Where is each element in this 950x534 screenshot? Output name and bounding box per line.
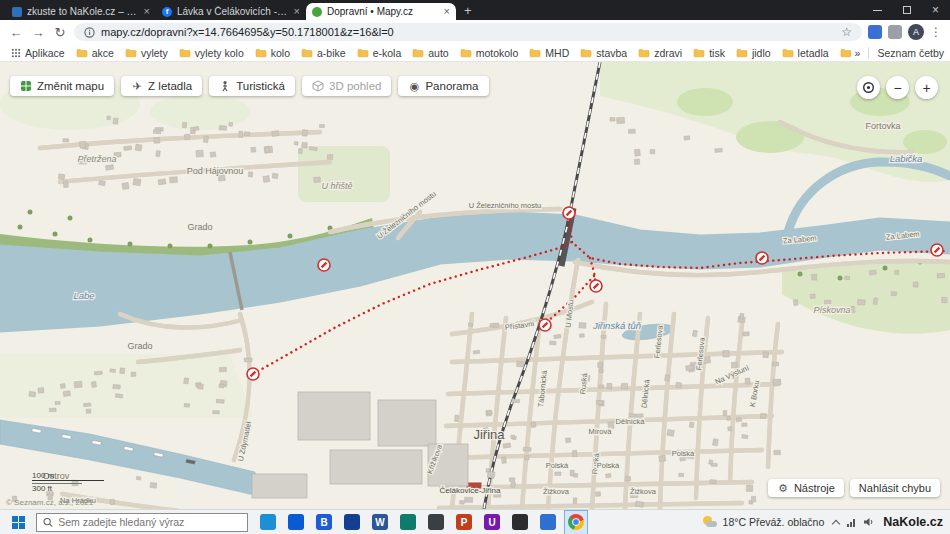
tray-chevron-icon[interactable]: [832, 519, 840, 527]
aerial-button[interactable]: ✈ Z letadla: [121, 76, 202, 96]
taskbar-app-powerpoint[interactable]: P: [453, 511, 475, 534]
tab-mapy-active[interactable]: Dopravní • Mapy.cz ×: [306, 3, 456, 20]
taskbar-app-edge[interactable]: [257, 511, 279, 534]
map-label: Pod Hájovnou: [187, 166, 244, 176]
folder-icon: [736, 48, 748, 58]
folder-icon: [412, 48, 424, 58]
bookmark-label: vylety kolo: [195, 47, 244, 59]
panorama-label: Panorama: [425, 80, 478, 92]
closure-marker[interactable]: [563, 207, 575, 219]
closure-marker[interactable]: [931, 244, 943, 256]
taskbar-weather[interactable]: 18°C Převáž. oblačno: [702, 515, 825, 529]
zoom-out-button[interactable]: −: [886, 76, 909, 99]
map-area: PřetrženaPod HájovnouU hřištěGradoGradoL…: [0, 62, 950, 509]
forward-icon[interactable]: →: [30, 25, 46, 40]
volume-icon[interactable]: [863, 517, 874, 527]
scale-metric: 100 m: [32, 471, 54, 480]
bookmark-item[interactable]: Aplikace: [6, 46, 70, 60]
taskbar: BWPU 18°C Převáž. oblačno NaKole.cz: [0, 509, 950, 534]
bookmark-item[interactable]: MHD: [524, 46, 574, 60]
taskbar-apps: BWPU: [257, 511, 587, 534]
taskbar-app-app[interactable]: B: [313, 511, 335, 534]
app-icon: [540, 514, 556, 530]
bookmark-item[interactable]: motokolo: [455, 46, 524, 60]
bookmark-item[interactable]: akce: [71, 46, 119, 60]
app-icon: B: [316, 514, 332, 530]
bookmark-item[interactable]: jidlo: [731, 46, 776, 60]
bookmark-item[interactable]: zdravi: [633, 46, 687, 60]
chrome-icon: [568, 514, 584, 530]
bookmark-label: zdravi: [654, 47, 682, 59]
profile-avatar[interactable]: A: [908, 24, 924, 40]
locate-button[interactable]: [857, 76, 880, 99]
extension-icon[interactable]: [868, 25, 882, 39]
closure-marker[interactable]: [318, 259, 330, 271]
taskbar-app-chrome[interactable]: [565, 511, 587, 534]
reading-list-button[interactable]: Seznam četby: [877, 47, 944, 59]
site-info-icon[interactable]: [84, 27, 95, 38]
report-error-label: Nahlásit chybu: [859, 482, 931, 494]
bookmark-item[interactable]: stavba: [575, 46, 632, 60]
bookmark-item[interactable]: tisk: [688, 46, 730, 60]
bookmark-item[interactable]: foto: [835, 46, 851, 60]
extensions-puzzle-icon[interactable]: [888, 25, 902, 39]
taskbar-app-app[interactable]: [509, 511, 531, 534]
tab-nakole[interactable]: zkuste to NaKole.cz – cyklistika, č... ×: [6, 3, 156, 20]
closure-marker[interactable]: [756, 252, 768, 264]
bookmark-item[interactable]: e-kola: [352, 46, 407, 60]
change-map-button[interactable]: Změnit mapu: [10, 76, 114, 96]
bookmark-item[interactable]: a-bike: [296, 46, 351, 60]
taskbar-app-app[interactable]: [285, 511, 307, 534]
report-error-button[interactable]: Nahlásit chybu: [850, 479, 940, 497]
closure-marker[interactable]: [247, 368, 259, 380]
bookmark-item[interactable]: kolo: [250, 46, 295, 60]
map-label: Dělnická: [616, 417, 646, 426]
bookmark-label: motokolo: [476, 47, 519, 59]
tab-title: zkuste to NaKole.cz – cyklistika, č...: [27, 6, 139, 17]
closure-marker[interactable]: [539, 319, 551, 331]
tools-button[interactable]: ⚙ Nástroje: [768, 479, 844, 497]
url-input[interactable]: mapy.cz/dopravni?x=14.7664695&y=50.17180…: [74, 23, 862, 41]
closure-marker[interactable]: [590, 280, 602, 292]
bookmark-label: stavba: [596, 47, 627, 59]
network-icon[interactable]: [847, 518, 855, 527]
map-label: Jiřina: [473, 427, 505, 442]
close-tab-icon[interactable]: ×: [144, 6, 150, 17]
bookmark-item[interactable]: vylety kolo: [174, 46, 249, 60]
tab-facebook[interactable]: f Lávka v Čelákovicích - Diskusní f... ×: [156, 3, 306, 20]
word-icon: W: [372, 514, 388, 530]
bookmark-star-icon[interactable]: ☆: [841, 25, 852, 39]
back-icon[interactable]: ←: [8, 25, 24, 40]
panorama-button[interactable]: ◉ Panorama: [398, 76, 488, 96]
folder-icon: [693, 48, 705, 58]
view-3d-button[interactable]: 3D pohled: [302, 76, 391, 96]
taskbar-app-app[interactable]: U: [481, 511, 503, 534]
map-canvas[interactable]: PřetrženaPod HájovnouU hřištěGradoGradoL…: [0, 62, 950, 509]
taskbar-app-app[interactable]: [425, 511, 447, 534]
mapy-favicon: [312, 7, 322, 17]
close-tab-icon[interactable]: ×: [294, 6, 300, 17]
plane-icon: ✈: [131, 80, 143, 92]
close-tab-icon[interactable]: ×: [444, 6, 450, 17]
taskbar-app-word[interactable]: W: [369, 511, 391, 534]
minimize-button[interactable]: [863, 0, 892, 20]
reload-icon[interactable]: ↻: [52, 25, 68, 40]
bookmark-item[interactable]: auto: [407, 46, 453, 60]
taskbar-app-app[interactable]: [537, 511, 559, 534]
taskbar-search[interactable]: [36, 513, 248, 532]
app-icon: [344, 514, 360, 530]
bookmarks-overflow-icon[interactable]: »: [855, 47, 861, 59]
maximize-button[interactable]: [892, 0, 921, 20]
taskbar-app-app[interactable]: [341, 511, 363, 534]
zoom-in-button[interactable]: +: [915, 76, 938, 99]
new-tab-button[interactable]: +: [464, 3, 472, 18]
taskbar-app-app[interactable]: [397, 511, 419, 534]
tourist-label: Turistická: [236, 80, 285, 92]
taskbar-search-input[interactable]: [58, 516, 241, 528]
browser-menu-icon[interactable]: ⋮: [930, 25, 942, 39]
start-button[interactable]: [3, 511, 33, 534]
close-window-button[interactable]: ×: [921, 0, 950, 20]
tourist-button[interactable]: Turistická: [209, 76, 295, 96]
bookmark-item[interactable]: letadla: [777, 46, 834, 60]
bookmark-item[interactable]: vylety: [120, 46, 173, 60]
